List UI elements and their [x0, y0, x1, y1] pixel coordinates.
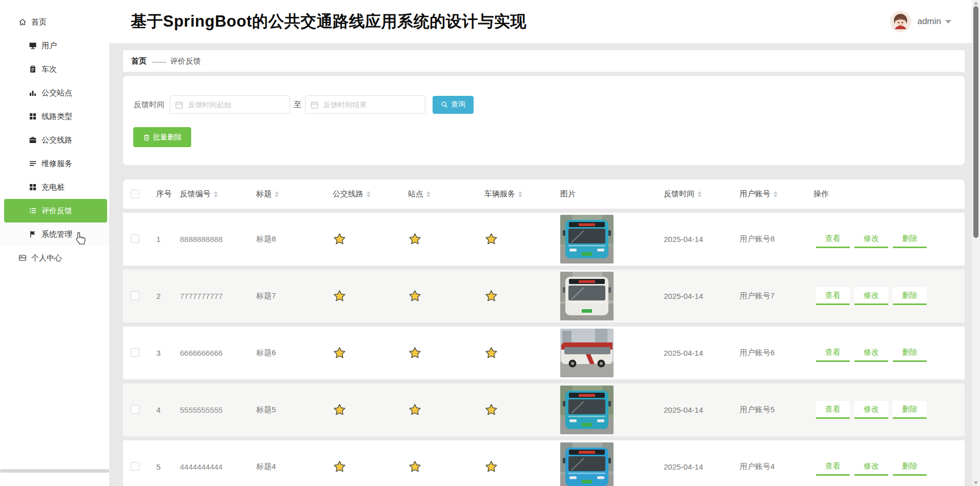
row-checkbox[interactable]	[131, 234, 139, 243]
sidebar-item-10[interactable]: 个人中心	[0, 246, 109, 270]
delete-button[interactable]: 删除	[893, 401, 927, 419]
cell-bus-line-rating	[333, 232, 408, 246]
column-header-bus_line[interactable]: 公交线路	[333, 189, 408, 199]
feedback-time-end-field[interactable]	[305, 95, 425, 114]
column-header-user_account[interactable]: 用户账号	[740, 189, 813, 199]
column-header-feedback_no[interactable]: 反馈编号	[180, 189, 256, 199]
cell-title: 标题5	[256, 405, 333, 415]
sidebar-nav: 首页用户车次公交站点线路类型公交线路维修服务充电桩评价反馈系统管理个人中心	[0, 0, 109, 270]
view-button[interactable]: 查看	[816, 458, 850, 476]
delete-button[interactable]: 删除	[893, 287, 927, 305]
sidebar-item-8[interactable]: 评价反馈	[4, 199, 107, 222]
star-rating-icon	[484, 289, 560, 303]
column-header-vehicle_service[interactable]: 车辆服务	[484, 189, 560, 199]
view-button[interactable]: 查看	[816, 401, 850, 419]
star-rating-icon	[484, 403, 560, 417]
delete-button[interactable]: 删除	[893, 230, 927, 248]
sidebar-item-9[interactable]: 系统管理	[0, 222, 109, 246]
view-button[interactable]: 查看	[816, 230, 850, 248]
cell-vehicle-service-rating	[484, 403, 560, 417]
avatar[interactable]	[890, 11, 911, 32]
cell-index: 2	[149, 292, 180, 300]
sort-carets-icon[interactable]	[426, 191, 431, 197]
scroll-down-arrow-icon[interactable]	[974, 481, 978, 484]
cell-vehicle-service-rating	[484, 289, 560, 303]
row-checkbox[interactable]	[131, 462, 139, 471]
edit-button[interactable]: 修改	[854, 230, 888, 248]
query-button[interactable]: 查询	[433, 96, 474, 114]
sidebar-bottom-divider	[0, 469, 109, 473]
view-button[interactable]: 查看	[816, 287, 850, 305]
star-rating-icon	[408, 232, 484, 246]
bus-image[interactable]	[560, 329, 614, 377]
column-label: 标题	[256, 189, 272, 199]
list-icon	[29, 207, 37, 215]
trash-icon	[143, 134, 150, 141]
column-header-title[interactable]: 标题	[256, 189, 333, 199]
row-checkbox[interactable]	[131, 348, 139, 357]
sort-carets-icon[interactable]	[275, 191, 279, 197]
edit-button[interactable]: 修改	[854, 287, 888, 305]
cell-station-rating	[408, 460, 484, 474]
table-header-row: 序号反馈编号标题公交线路站点车辆服务图片反馈时间用户账号操作	[123, 179, 965, 209]
column-header-feedback_time[interactable]: 反馈时间	[664, 189, 740, 199]
sort-carets-icon[interactable]	[366, 191, 371, 197]
scroll-up-arrow-icon[interactable]	[974, 2, 978, 5]
feedback-time-start-input[interactable]	[187, 100, 284, 109]
bus-image[interactable]	[560, 215, 614, 264]
edit-button[interactable]: 修改	[854, 458, 888, 476]
edit-button[interactable]: 修改	[854, 344, 888, 362]
cell-feedback-time: 2025-04-14	[664, 235, 740, 244]
column-label: 公交线路	[333, 189, 363, 199]
sort-carets-icon[interactable]	[773, 191, 778, 197]
cell-title: 标题8	[256, 234, 333, 244]
column-label: 反馈编号	[180, 189, 211, 199]
sidebar-item-6[interactable]: 维修服务	[0, 152, 109, 175]
calendar-icon	[311, 101, 318, 109]
row-checkbox[interactable]	[131, 405, 139, 414]
column-label: 操作	[813, 189, 829, 199]
view-button[interactable]: 查看	[816, 344, 850, 362]
bus-image[interactable]	[560, 442, 614, 486]
cell-actions: 查看修改删除	[813, 230, 965, 248]
column-label: 站点	[408, 189, 423, 199]
user-menu[interactable]: admin	[890, 11, 951, 32]
sidebar-item-3[interactable]: 公交站点	[0, 81, 109, 105]
sidebar-item-2[interactable]: 车次	[0, 57, 109, 81]
row-checkbox[interactable]	[131, 291, 139, 300]
scrollbar-thumb[interactable]	[973, 6, 978, 238]
feedback-time-start-field[interactable]	[170, 95, 290, 114]
delete-button[interactable]: 删除	[893, 458, 927, 476]
table-row-4: 45555555555标题52025-04-14用户账号5查看修改删除	[123, 383, 965, 436]
cell-station-rating	[408, 403, 484, 417]
select-all-checkbox[interactable]	[131, 190, 139, 198]
cell-feedback-time: 2025-04-14	[664, 292, 740, 300]
sidebar-item-label: 用户	[42, 41, 57, 51]
bus-image[interactable]	[560, 272, 614, 320]
sidebar-item-4[interactable]: 线路类型	[0, 105, 109, 128]
batch-delete-button[interactable]: 批量删除	[133, 127, 191, 147]
column-label: 反馈时间	[664, 189, 695, 199]
cell-image	[560, 442, 664, 486]
column-label: 车辆服务	[484, 189, 515, 199]
bar-chart-icon	[29, 89, 37, 97]
vertical-scrollbar[interactable]	[972, 0, 980, 486]
edit-button[interactable]: 修改	[854, 401, 888, 419]
clipboard-icon	[29, 65, 37, 73]
delete-button[interactable]: 删除	[893, 344, 927, 362]
sort-carets-icon[interactable]	[698, 191, 702, 197]
sidebar-item-5[interactable]: 公交线路	[0, 128, 109, 152]
sidebar-item-1[interactable]: 用户	[0, 34, 109, 57]
cell-feedback-no: 6666666666	[180, 349, 256, 357]
sort-carets-icon[interactable]	[518, 191, 522, 197]
monitor-icon	[29, 42, 37, 50]
cell-station-rating	[408, 346, 484, 360]
sort-carets-icon[interactable]	[214, 191, 218, 197]
sidebar-item-7[interactable]: 充电桩	[0, 175, 109, 199]
filter-panel: 反馈时间 至 查询 批量删除	[123, 76, 965, 165]
column-header-station[interactable]: 站点	[408, 189, 484, 199]
breadcrumb-home-link[interactable]: 首页	[131, 56, 147, 66]
bus-image[interactable]	[560, 386, 614, 434]
feedback-time-end-input[interactable]	[322, 100, 420, 109]
sidebar-item-0[interactable]: 首页	[0, 10, 109, 34]
